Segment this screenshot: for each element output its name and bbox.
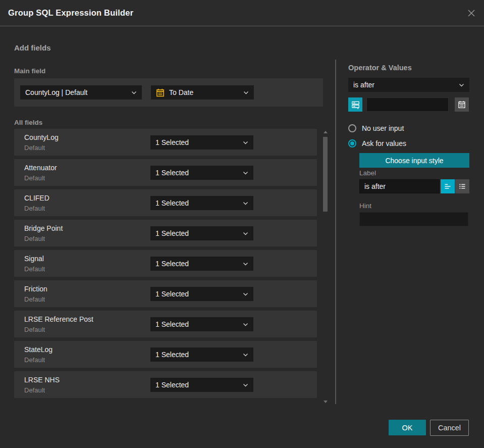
field-name: Attenuator xyxy=(24,164,57,172)
field-selected-dropdown[interactable]: 1 Selected xyxy=(150,287,253,301)
main-field-date-select-value: To Date xyxy=(169,88,240,96)
date-picker-button[interactable] xyxy=(455,97,469,112)
radio-no-user-input[interactable]: No user input xyxy=(348,124,404,132)
field-selected-value: 1 Selected xyxy=(155,351,240,359)
field-selected-value: 1 Selected xyxy=(155,169,240,177)
chevron-down-icon xyxy=(243,91,249,94)
add-fields-heading: Add fields xyxy=(14,43,51,52)
field-name: Bridge Point xyxy=(24,224,63,232)
field-selected-value: 1 Selected xyxy=(155,381,240,389)
radio-unchecked-icon xyxy=(348,124,356,132)
label-caption: Label xyxy=(359,169,376,177)
field-selected-dropdown[interactable]: 1 Selected xyxy=(150,378,253,392)
field-subtitle: Default xyxy=(24,326,45,333)
field-row: Attenuator Default 1 Selected xyxy=(14,159,317,186)
label-input-row xyxy=(359,179,469,193)
field-subtitle: Default xyxy=(24,144,45,152)
field-name: LRSE NHS xyxy=(24,376,60,384)
main-field-select[interactable]: CountyLog | Default xyxy=(20,85,142,99)
field-row: Signal Default 1 Selected xyxy=(14,250,317,277)
chevron-down-icon xyxy=(131,91,137,94)
field-row: LRSE Reference Post Default 1 Selected xyxy=(14,311,317,337)
dialog-title: Group SQL Expression Builder xyxy=(8,8,133,18)
chevron-down-icon xyxy=(243,232,248,235)
field-selected-value: 1 Selected xyxy=(155,229,240,237)
chevron-down-icon xyxy=(243,262,248,266)
bulleted-list-icon xyxy=(458,182,466,190)
field-subtitle: Default xyxy=(24,295,45,303)
hint-input[interactable] xyxy=(359,212,468,226)
fields-list-scrollbar[interactable] xyxy=(322,129,329,404)
chevron-down-icon xyxy=(243,292,248,296)
field-selected-value: 1 Selected xyxy=(155,290,240,298)
field-selected-dropdown[interactable]: 1 Selected xyxy=(150,196,253,210)
scrollbar-down-arrow-icon[interactable] xyxy=(324,401,328,403)
field-subtitle: Default xyxy=(24,205,45,212)
main-field-date-select[interactable]: To Date xyxy=(151,85,254,99)
list-style-button[interactable] xyxy=(455,179,469,193)
field-selected-value: 1 Selected xyxy=(155,138,240,146)
chevron-down-icon xyxy=(243,353,248,357)
stacked-values-icon xyxy=(351,101,360,109)
set-value-type-button[interactable] xyxy=(348,97,362,112)
title-bar: Group SQL Expression Builder xyxy=(0,0,484,26)
hint-caption: Hint xyxy=(359,202,371,210)
radio-checked-icon xyxy=(348,139,356,147)
operator-select[interactable]: is after xyxy=(348,78,469,92)
group-sql-expression-builder-dialog: Group SQL Expression Builder Add fields … xyxy=(0,0,484,448)
main-field-select-value: CountyLog | Default xyxy=(25,88,128,96)
scrollbar-up-arrow-icon[interactable] xyxy=(324,131,328,133)
radio-no-user-input-label: No user input xyxy=(362,124,404,132)
field-row: CLIFED Default 1 Selected xyxy=(14,189,317,216)
value-input-row xyxy=(348,97,469,112)
all-fields-list: CountyLog Default 1 Selected Attenuator … xyxy=(14,129,317,402)
field-selected-value: 1 Selected xyxy=(155,320,240,328)
choose-input-style-button[interactable]: Choose input style xyxy=(359,153,469,168)
all-fields-label: All fields xyxy=(14,119,42,126)
single-line-style-button[interactable] xyxy=(441,179,455,193)
field-name: Signal xyxy=(24,255,44,263)
operator-values-heading: Operator & Values xyxy=(348,64,412,72)
main-field-label: Main field xyxy=(14,67,45,75)
field-subtitle: Default xyxy=(24,386,45,394)
radio-ask-for-values-label: Ask for values xyxy=(362,139,406,147)
scrollbar-thumb[interactable] xyxy=(323,137,328,212)
operator-select-value: is after xyxy=(353,81,456,89)
field-row: Friction Default 1 Selected xyxy=(14,280,317,307)
cancel-button[interactable]: Cancel xyxy=(430,420,469,436)
align-left-icon xyxy=(444,182,452,190)
field-selected-dropdown[interactable]: 1 Selected xyxy=(150,166,253,180)
vertical-divider xyxy=(335,60,336,404)
field-selected-dropdown[interactable]: 1 Selected xyxy=(150,135,253,150)
field-row: CountyLog Default 1 Selected xyxy=(14,129,317,156)
field-name: LRSE Reference Post xyxy=(24,315,93,323)
field-row: Bridge Point Default 1 Selected xyxy=(14,220,317,246)
chevron-down-icon xyxy=(243,383,248,387)
field-selected-value: 1 Selected xyxy=(155,260,240,268)
field-selected-dropdown[interactable]: 1 Selected xyxy=(150,257,253,271)
field-name: Friction xyxy=(24,285,47,293)
field-selected-dropdown[interactable]: 1 Selected xyxy=(150,226,253,240)
field-subtitle: Default xyxy=(24,174,45,182)
field-selected-dropdown[interactable]: 1 Selected xyxy=(150,347,253,362)
field-subtitle: Default xyxy=(24,265,45,273)
date-value-input[interactable] xyxy=(366,97,449,112)
field-selected-dropdown[interactable]: 1 Selected xyxy=(150,317,253,331)
field-selected-value: 1 Selected xyxy=(155,199,240,207)
radio-ask-for-values[interactable]: Ask for values xyxy=(348,139,406,147)
chevron-down-icon xyxy=(459,83,464,87)
field-name: CountyLog xyxy=(24,133,59,141)
chevron-down-icon xyxy=(243,141,248,144)
calendar-icon xyxy=(156,88,165,97)
chevron-down-icon xyxy=(243,202,248,205)
calendar-icon xyxy=(458,101,466,109)
ok-button[interactable]: OK xyxy=(389,420,426,435)
field-subtitle: Default xyxy=(24,356,45,364)
field-name: CLIFED xyxy=(24,194,49,202)
field-subtitle: Default xyxy=(24,235,45,242)
main-field-panel: CountyLog | Default To Date xyxy=(14,78,323,107)
chevron-down-icon xyxy=(243,323,248,326)
field-name: StateLog xyxy=(24,345,52,354)
close-icon[interactable] xyxy=(466,8,477,19)
label-input[interactable] xyxy=(359,179,440,193)
